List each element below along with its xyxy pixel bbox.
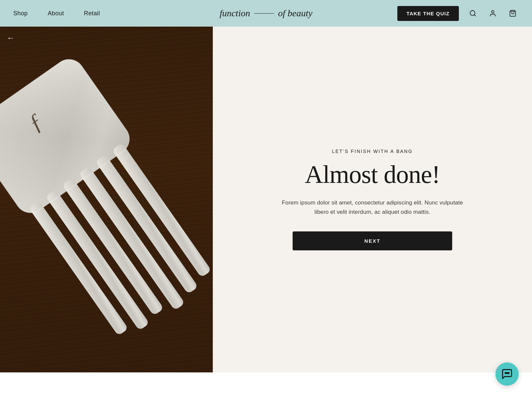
account-icon[interactable] [487, 7, 499, 19]
content-panel: LET'S FINISH WITH A BANG Almost done! Fo… [213, 27, 532, 372]
search-icon[interactable] [467, 7, 479, 19]
header-right-actions: TAKE THE QUIZ [397, 6, 519, 21]
site-logo[interactable]: function of beauty [219, 8, 312, 19]
take-quiz-button[interactable]: TAKE THE QUIZ [397, 6, 459, 21]
next-button[interactable]: NEXT [293, 231, 452, 250]
nav-about[interactable]: About [48, 10, 64, 17]
content-description: Forem ipsum dolor sit amet, consectetur … [279, 198, 466, 217]
content-subtitle: LET'S FINISH WITH A BANG [279, 149, 466, 154]
svg-rect-5 [0, 53, 135, 219]
comb-image: ƒ [0, 39, 213, 370]
chat-support-button[interactable] [495, 362, 519, 386]
logo-divider [254, 13, 274, 14]
nav-retail[interactable]: Retail [84, 10, 100, 17]
svg-point-14 [505, 373, 506, 374]
content-inner: LET'S FINISH WITH A BANG Almost done! Fo… [279, 149, 466, 251]
nav-shop[interactable]: Shop [13, 10, 28, 17]
content-heading: Almost done! [279, 161, 466, 189]
hair-background: ƒ [0, 27, 213, 372]
logo-function-text: function [219, 8, 250, 19]
svg-line-1 [474, 15, 475, 16]
svg-point-2 [491, 11, 494, 13]
site-header: Shop About Retail function of beauty TAK… [0, 0, 532, 27]
chat-icon [501, 368, 513, 380]
logo-ofbeauty-text: of beauty [278, 8, 312, 19]
back-arrow-icon: ← [7, 33, 15, 43]
nav-left: Shop About Retail [13, 10, 100, 17]
cart-icon[interactable] [507, 7, 519, 19]
back-button[interactable]: ← [7, 33, 15, 43]
main-container: ƒ [0, 0, 532, 399]
svg-point-15 [507, 373, 508, 374]
svg-point-16 [508, 373, 509, 374]
image-panel: ƒ [0, 27, 213, 372]
